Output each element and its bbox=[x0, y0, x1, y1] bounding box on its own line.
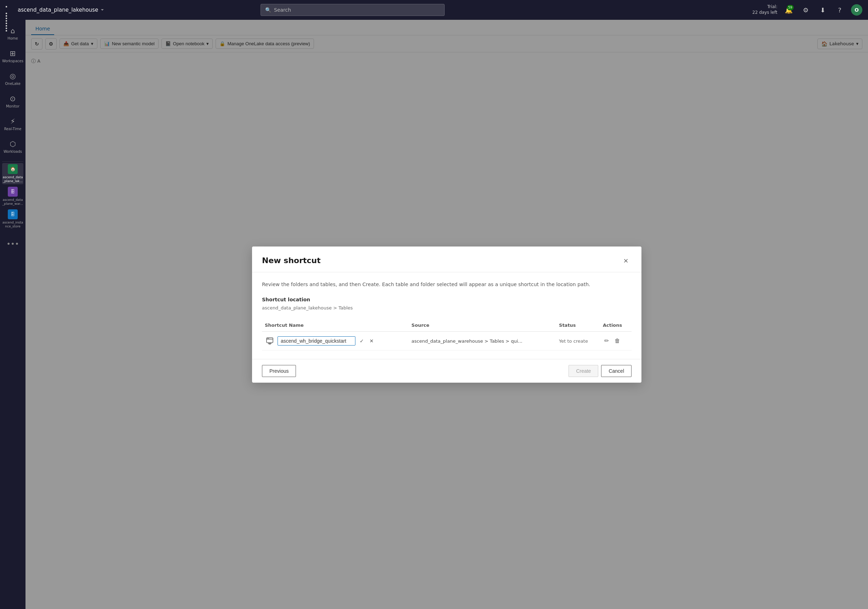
shortcut-breadcrumb: ascend_data_plane_lakehouse > Tables bbox=[262, 305, 631, 311]
sidebar-item-warehouse1[interactable]: 🗄 ascend_data_plane_war... bbox=[2, 185, 23, 207]
sidebar-item-monitor[interactable]: ⊙ Monitor bbox=[2, 91, 23, 112]
sidebar-item-onelake[interactable]: ◎ OneLake bbox=[2, 68, 23, 89]
trial-info: Trial: 22 days left bbox=[752, 4, 777, 15]
left-sidebar: ⌂ Home ⊞ Workspaces ◎ OneLake ⊙ Monitor … bbox=[0, 20, 25, 609]
sidebar-item-lakehouse1[interactable]: 🏠 ascend_data_plane_lak... bbox=[2, 163, 23, 184]
col-actions: Actions bbox=[600, 319, 631, 332]
realtime-icon: ⚡ bbox=[10, 117, 15, 125]
svg-point-1 bbox=[267, 338, 268, 339]
shortcut-status: Yet to create bbox=[559, 339, 588, 344]
content-area: Home ↻ ⚙ 📥 Get data ▾ 📊 New semantic mod… bbox=[25, 20, 868, 609]
monitor-icon: ⊙ bbox=[10, 94, 16, 103]
notification-count: 59 bbox=[787, 5, 794, 10]
sidebar-item-workspaces[interactable]: ⊞ Workspaces bbox=[2, 45, 23, 66]
dialog-body: Review the folders and tables, and then … bbox=[252, 272, 642, 359]
svg-point-2 bbox=[268, 338, 269, 339]
col-source: Source bbox=[409, 319, 556, 332]
sidebar-item-workloads[interactable]: ⬡ Workloads bbox=[2, 136, 23, 157]
workspace-selector[interactable]: ascend_data_plane_lakehouse bbox=[18, 7, 104, 13]
action-icons: ✏ 🗑 bbox=[603, 336, 629, 346]
workloads-icon: ⬡ bbox=[9, 140, 16, 148]
notifications-button[interactable]: 🔔 59 bbox=[783, 4, 794, 15]
create-button[interactable]: Create bbox=[569, 365, 598, 377]
edit-shortcut-button[interactable]: ✏ bbox=[603, 336, 610, 346]
cancel-button[interactable]: Cancel bbox=[601, 365, 631, 377]
warehouse1-icon: 🗄 bbox=[8, 187, 18, 196]
download-button[interactable]: ⬇ bbox=[817, 4, 828, 15]
new-shortcut-dialog: New shortcut × Review the folders and ta… bbox=[252, 246, 642, 383]
sidebar-item-instance1[interactable]: 🗄 ascend_instance_store bbox=[2, 208, 23, 230]
dialog-title: New shortcut bbox=[262, 256, 321, 265]
top-bar: ascend_data_plane_lakehouse 🔍 Search Tri… bbox=[0, 0, 868, 20]
section-label: Shortcut location bbox=[262, 297, 631, 302]
main-layout: ⌂ Home ⊞ Workspaces ◎ OneLake ⊙ Monitor … bbox=[0, 20, 868, 609]
help-button[interactable]: ? bbox=[834, 4, 845, 15]
dialog-description: Review the folders and tables, and then … bbox=[262, 281, 631, 288]
dialog-header: New shortcut × bbox=[252, 246, 642, 272]
footer-right: Create Cancel bbox=[569, 365, 631, 377]
confirm-name-button[interactable]: ✓ bbox=[358, 337, 365, 345]
settings-button[interactable]: ⚙ bbox=[800, 4, 811, 15]
search-icon: 🔍 bbox=[265, 7, 271, 13]
shortcut-source: ascend_data_plane_warehouse > Tables > q… bbox=[411, 339, 522, 344]
delete-shortcut-button[interactable]: 🗑 bbox=[613, 336, 622, 346]
col-status: Status bbox=[556, 319, 600, 332]
workspaces-icon: ⊞ bbox=[10, 49, 16, 58]
sidebar-item-realtime[interactable]: ⚡ Real-Time bbox=[2, 113, 23, 134]
onelake-icon: ◎ bbox=[9, 72, 16, 80]
col-shortcut-name: Shortcut Name bbox=[262, 319, 409, 332]
cancel-name-button[interactable]: ✕ bbox=[368, 337, 375, 345]
dialog-footer: Previous Create Cancel bbox=[252, 359, 642, 383]
user-avatar[interactable]: O bbox=[851, 4, 862, 15]
home-icon: ⌂ bbox=[11, 26, 15, 35]
table-row: ✓ ✕ ascend_data_plane_warehouse > Tables… bbox=[262, 331, 631, 350]
dialog-overlay: New shortcut × Review the folders and ta… bbox=[25, 20, 868, 609]
shortcut-name-input[interactable] bbox=[277, 336, 355, 346]
instance1-icon: 🗄 bbox=[8, 209, 18, 219]
footer-left: Previous bbox=[262, 365, 296, 377]
sidebar-item-home[interactable]: ⌂ Home bbox=[2, 23, 23, 44]
global-search[interactable]: 🔍 Search bbox=[260, 4, 445, 16]
app-grid-icon[interactable] bbox=[6, 6, 14, 14]
shortcut-name-cell: ✓ ✕ bbox=[265, 336, 406, 346]
more-button[interactable]: ••• bbox=[2, 234, 23, 253]
top-bar-right: Trial: 22 days left 🔔 59 ⚙ ⬇ ? O bbox=[752, 4, 862, 15]
dialog-close-button[interactable]: × bbox=[620, 255, 631, 266]
lakehouse1-icon: 🏠 bbox=[8, 164, 18, 174]
shortcut-table: Shortcut Name Source Status Actions bbox=[262, 319, 631, 351]
previous-button[interactable]: Previous bbox=[262, 365, 296, 377]
shortcut-type-icon bbox=[265, 336, 275, 346]
